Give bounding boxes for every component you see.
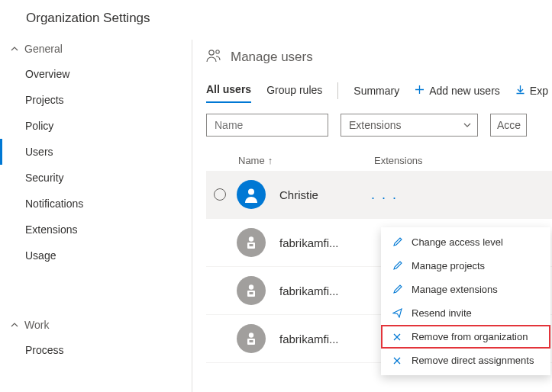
svg-point-1 [216, 50, 219, 53]
sidebar-section-work[interactable]: Work [0, 316, 192, 337]
plus-icon [415, 85, 424, 97]
column-header-name[interactable]: Name ↑ [238, 155, 374, 166]
svg-point-6 [249, 284, 253, 289]
tab-group-rules[interactable]: Group rules [266, 79, 322, 102]
row-select-radio[interactable] [214, 188, 226, 201]
pencil-icon [392, 237, 402, 247]
sidebar: General Overview Projects Policy Users S… [0, 40, 192, 392]
avatar [237, 228, 266, 257]
summary-button[interactable]: Summary [353, 85, 399, 97]
sidebar-item-notifications[interactable]: Notifications [0, 191, 192, 217]
user-name: fabrikamfi... [279, 333, 365, 345]
access-filter-dropdown[interactable]: Acce [490, 114, 527, 137]
sidebar-item-process[interactable]: Process [0, 337, 192, 363]
sidebar-item-extensions[interactable]: Extensions [0, 217, 192, 243]
sidebar-section-general[interactable]: General [0, 40, 192, 61]
svg-rect-8 [250, 292, 253, 294]
sidebar-item-usage[interactable]: Usage [0, 243, 192, 268]
user-name: fabrikamfi... [279, 284, 365, 297]
main-content: Manage users All users Group rules Summa… [192, 40, 552, 392]
sidebar-item-projects[interactable]: Projects [0, 87, 192, 113]
chevron-up-icon [11, 45, 18, 53]
page-title: Organization Settings [0, 0, 552, 40]
menu-change-access-level[interactable]: Change access level [381, 230, 550, 254]
user-name: Christie [279, 188, 365, 201]
svg-rect-11 [250, 340, 253, 342]
menu-manage-extensions[interactable]: Manage extensions [381, 278, 550, 301]
close-icon [392, 333, 402, 342]
svg-point-3 [249, 236, 253, 241]
chevron-up-icon [11, 321, 18, 329]
user-name: fabrikamfi... [279, 236, 365, 249]
send-icon [392, 308, 402, 318]
menu-remove-direct-assignments[interactable]: Remove direct assignments [381, 349, 550, 372]
close-icon [392, 356, 402, 365]
divider [337, 82, 338, 99]
column-header-extensions[interactable]: Extensions [374, 155, 423, 166]
people-icon [206, 49, 223, 65]
more-actions-button[interactable]: . . . [365, 187, 404, 203]
svg-point-2 [248, 189, 254, 195]
download-icon [515, 85, 525, 97]
sidebar-item-security[interactable]: Security [0, 165, 192, 191]
chevron-down-icon [463, 119, 471, 131]
extensions-filter-dropdown[interactable]: Extensions [341, 114, 478, 137]
context-menu: Change access level Manage projects Mana… [381, 227, 550, 375]
svg-rect-5 [250, 244, 253, 246]
pencil-icon [392, 284, 402, 294]
sidebar-item-overview[interactable]: Overview [0, 61, 192, 87]
svg-point-0 [209, 50, 214, 55]
menu-resend-invite[interactable]: Resend invite [381, 301, 550, 325]
sidebar-section-label: Work [24, 319, 49, 331]
svg-point-9 [249, 333, 253, 337]
menu-remove-from-organization[interactable]: Remove from organization [381, 325, 550, 349]
avatar [237, 324, 266, 353]
sidebar-item-users[interactable]: Users [0, 139, 192, 165]
avatar [237, 180, 266, 209]
pencil-icon [392, 261, 402, 271]
avatar [237, 276, 266, 305]
add-new-users-button[interactable]: Add new users [415, 85, 500, 97]
user-row[interactable]: Christie . . . [206, 171, 552, 219]
main-header-title: Manage users [231, 50, 313, 65]
sidebar-section-label: General [24, 43, 63, 55]
sidebar-item-policy[interactable]: Policy [0, 113, 192, 139]
tab-all-users[interactable]: All users [206, 79, 251, 103]
sort-ascending-icon: ↑ [268, 155, 273, 166]
export-button[interactable]: Exp [515, 85, 548, 97]
name-filter-input[interactable] [206, 114, 328, 137]
menu-manage-projects[interactable]: Manage projects [381, 254, 550, 278]
